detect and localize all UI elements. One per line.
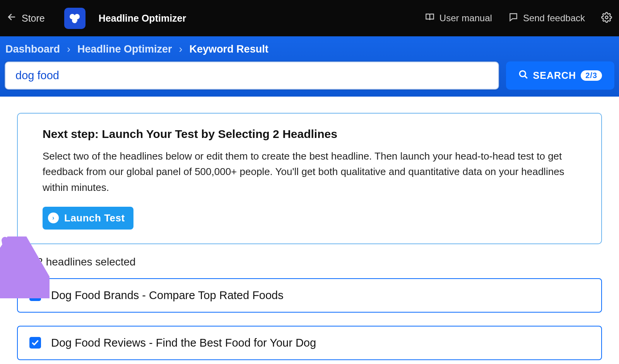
search-icon — [518, 70, 528, 82]
top-bar-right: User manual Send feedback — [425, 12, 612, 24]
launch-test-label: Launch Test — [64, 212, 125, 224]
chevron-right-circle-icon: › — [48, 213, 59, 223]
svg-point-5 — [520, 71, 525, 77]
breadcrumb-headline-optimizer[interactable]: Headline Optimizer — [77, 43, 172, 55]
checkbox-checked-icon[interactable] — [29, 289, 41, 301]
breadcrumb-dashboard[interactable]: Dashboard — [5, 43, 60, 55]
app-title: Headline Optimizer — [99, 13, 186, 24]
search-row: SEARCH 2/3 — [5, 61, 614, 90]
selected-suffix: /2 headlines selected — [34, 256, 136, 268]
send-feedback-link[interactable]: Send feedback — [508, 12, 585, 24]
chevron-right-icon: › — [67, 43, 70, 55]
headline-item[interactable]: Dog Food Brands - Compare Top Rated Food… — [17, 278, 602, 313]
send-feedback-label: Send feedback — [523, 13, 585, 24]
callout-title: Next step: Launch Your Test by Selecting… — [43, 128, 576, 141]
search-button[interactable]: SEARCH 2/3 — [506, 61, 614, 90]
headlines-selected-counter: 2/2 headlines selected — [28, 256, 602, 268]
checkbox-checked-icon[interactable] — [29, 337, 41, 349]
gear-icon[interactable] — [601, 12, 612, 24]
launch-test-button[interactable]: › Launch Test — [43, 207, 133, 230]
headline-item[interactable]: Dog Food Reviews - Find the Best Food fo… — [17, 326, 602, 360]
book-icon — [425, 12, 435, 24]
search-count-badge: 2/3 — [581, 70, 602, 81]
keyword-search-input[interactable] — [5, 61, 499, 90]
top-bar: Store Headline Optimizer User manual Sen… — [0, 0, 619, 36]
main-content: Next step: Launch Your Test by Selecting… — [0, 97, 619, 360]
back-arrow-icon[interactable] — [7, 12, 16, 24]
chevron-right-icon: › — [179, 43, 183, 55]
user-manual-label: User manual — [439, 13, 492, 24]
sub-header: Dashboard › Headline Optimizer › Keyword… — [0, 36, 619, 97]
comment-icon — [508, 12, 518, 24]
top-bar-left: Store Headline Optimizer — [7, 8, 186, 29]
app-icon — [64, 8, 85, 29]
breadcrumb: Dashboard › Headline Optimizer › Keyword… — [5, 43, 614, 55]
next-step-callout: Next step: Launch Your Test by Selecting… — [17, 113, 602, 244]
svg-line-6 — [525, 76, 527, 78]
store-link[interactable]: Store — [22, 13, 45, 24]
callout-body: Select two of the headlines below or edi… — [43, 148, 576, 195]
user-manual-link[interactable]: User manual — [425, 12, 492, 24]
breadcrumb-keyword-result: Keyword Result — [190, 43, 268, 55]
svg-point-4 — [605, 16, 608, 19]
headline-text: Dog Food Reviews - Find the Best Food fo… — [51, 337, 316, 349]
selected-count: 2 — [28, 256, 34, 268]
search-button-label: SEARCH — [533, 70, 576, 81]
headline-text: Dog Food Brands - Compare Top Rated Food… — [51, 289, 284, 302]
